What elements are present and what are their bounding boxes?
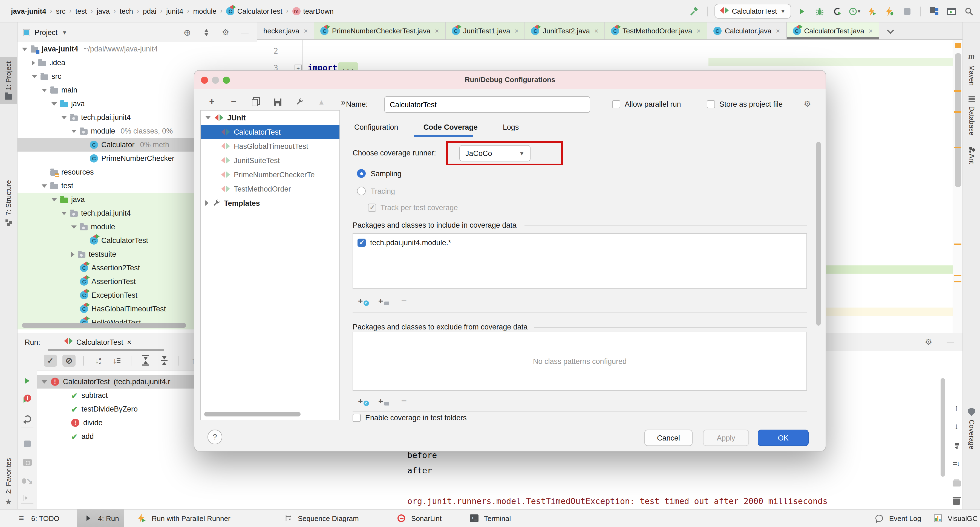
editor-tab[interactable]: CJunitTest2.java× <box>525 22 605 40</box>
collapse-all-icon[interactable] <box>158 354 171 367</box>
include-patterns-list[interactable]: tech.pdai.junit4.module.* <box>353 233 807 289</box>
checkbox-icon[interactable] <box>368 203 376 212</box>
chevron-expanded-icon[interactable] <box>61 211 67 215</box>
stripe-button-structure[interactable]: 7: Structure <box>0 176 17 230</box>
status-button-terminal[interactable]: ›_Terminal <box>463 510 516 527</box>
coverage-runner-select[interactable]: JaCoCo ▼ <box>459 145 530 162</box>
parallel-debug-icon[interactable] <box>883 5 896 17</box>
coverage-rerun-icon[interactable]: ↘ <box>21 475 34 487</box>
chevron-down-icon[interactable]: ▼ <box>62 29 67 35</box>
chevron-right-icon[interactable] <box>32 60 35 65</box>
name-field[interactable] <box>384 96 590 113</box>
add-icon[interactable]: + <box>205 96 218 108</box>
chevron-expanded-icon[interactable] <box>51 198 57 201</box>
editor-tab[interactable]: CPrimeNumberCheckerTest.java× <box>315 22 445 40</box>
project-tree-hscrollbar[interactable] <box>22 323 186 328</box>
editor-scrollbar-thumb[interactable] <box>955 53 961 187</box>
rerun-icon[interactable] <box>21 375 34 387</box>
enable-coverage-test-folders-checkbox[interactable]: Enable coverage in test folders <box>353 414 467 422</box>
status-button-4-run[interactable]: 4: Run <box>76 510 124 527</box>
close-icon[interactable]: × <box>515 27 519 35</box>
store-as-project-file-checkbox[interactable]: Store as project file <box>707 100 783 108</box>
close-icon[interactable]: × <box>435 27 439 35</box>
close-icon[interactable]: × <box>594 27 598 35</box>
chevron-expanded-icon[interactable] <box>205 116 211 119</box>
visualgc-icon[interactable] <box>931 512 944 524</box>
chevron-right-icon[interactable] <box>71 251 75 257</box>
run-tab[interactable]: CalculatorTest × <box>64 338 131 346</box>
lightning-icon[interactable] <box>135 512 148 524</box>
sort-duration-icon[interactable]: ↓ <box>110 354 123 367</box>
stop-icon[interactable] <box>21 438 34 450</box>
config-tree-row[interactable]: JunitSuiteTest <box>201 153 339 167</box>
chevron-expanded-icon[interactable] <box>41 380 47 383</box>
chevron-expanded-icon[interactable] <box>71 129 76 133</box>
tabs-list-chevron-icon[interactable] <box>887 27 894 34</box>
add-package-icon[interactable]: + <box>377 295 390 307</box>
breadcrumb-item[interactable]: java <box>97 7 110 15</box>
add-class-icon[interactable]: +c <box>357 395 370 407</box>
close-window-button[interactable] <box>201 76 208 83</box>
editor-tab[interactable]: CJunitTest1.java× <box>445 22 525 40</box>
config-tree-row[interactable]: CalculatorTest <box>201 125 339 139</box>
configurations-tree-hscrollbar[interactable] <box>204 412 301 416</box>
config-tree-row[interactable]: JUnit <box>201 111 339 125</box>
profiler-icon[interactable]: ▾ <box>848 5 861 17</box>
allow-parallel-run-checkbox[interactable]: Allow parallel run <box>612 100 681 108</box>
scroll-end-icon[interactable]: ↓ <box>950 457 963 470</box>
print-icon[interactable] <box>950 477 963 489</box>
rerun-failed-icon[interactable]: ! <box>21 394 34 406</box>
tree-row[interactable]: .idea <box>18 56 257 70</box>
status-button-event-log[interactable]: Event Log <box>868 510 926 527</box>
chevron-right-icon[interactable] <box>205 200 208 206</box>
ok-button[interactable]: OK <box>758 430 809 446</box>
config-tree-row[interactable]: TestMethodOrder <box>201 182 339 196</box>
breadcrumb-item[interactable]: module <box>193 7 216 15</box>
checkbox-icon[interactable] <box>612 100 620 108</box>
close-icon[interactable]: × <box>776 27 780 35</box>
project-panel-title[interactable]: Project <box>35 28 57 37</box>
collapse-all-header-icon[interactable] <box>200 26 213 38</box>
show-ignored-icon[interactable]: ⊘ <box>62 354 76 367</box>
breadcrumb-item[interactable]: pdai <box>143 7 156 15</box>
status-button-sonarlint[interactable]: SonarLint <box>390 510 447 527</box>
soft-wrap-icon[interactable] <box>950 440 963 452</box>
editor-tab[interactable]: CCalculator.java× <box>707 22 787 40</box>
hide-icon[interactable]: — <box>238 26 251 38</box>
edit-defaults-icon[interactable] <box>293 96 306 108</box>
chevron-expanded-icon[interactable] <box>41 184 47 187</box>
close-icon[interactable]: × <box>304 27 308 35</box>
chevron-expanded-icon[interactable] <box>22 47 27 51</box>
breadcrumb-item[interactable]: test <box>75 7 87 15</box>
chevron-expanded-icon[interactable] <box>51 102 57 105</box>
gear-icon[interactable]: ⚙ <box>804 99 811 109</box>
down-icon[interactable]: ↓ <box>950 420 963 432</box>
tab-code-coverage[interactable]: Code Coverage <box>423 123 478 131</box>
tab-configuration[interactable]: Configuration <box>354 123 398 131</box>
remove-icon[interactable]: − <box>227 96 240 108</box>
remove-pattern-icon[interactable]: − <box>398 395 410 407</box>
run-configuration-select[interactable]: CalculatorTest ▼ <box>714 4 791 19</box>
search-icon[interactable] <box>963 5 975 17</box>
checkbox-icon[interactable] <box>358 239 366 247</box>
breadcrumb-item[interactable]: tech <box>119 7 133 15</box>
breadcrumb-item[interactable]: src <box>56 7 66 15</box>
event-log-icon[interactable] <box>873 512 886 524</box>
config-tree-row[interactable]: Templates <box>201 196 339 210</box>
include-pattern-row[interactable]: tech.pdai.junit4.module.* <box>353 234 807 247</box>
breadcrumb-item[interactable]: mtearDown <box>292 7 333 15</box>
radio-icon[interactable] <box>357 169 366 178</box>
dump-threads-icon[interactable] <box>21 456 34 468</box>
status-button-sequence-diagram[interactable]: Sequence Diagram <box>277 510 364 527</box>
checkbox-icon[interactable] <box>707 100 715 108</box>
apply-button[interactable]: Apply <box>703 430 749 446</box>
zoom-window-button[interactable] <box>223 76 230 83</box>
breadcrumb-item[interactable]: java-junit4 <box>11 7 46 15</box>
close-icon[interactable]: × <box>697 27 700 35</box>
chevron-expanded-icon[interactable] <box>71 225 76 229</box>
stripe-button-coverage[interactable]: Coverage <box>963 403 980 454</box>
run-coverage-icon[interactable] <box>830 5 844 17</box>
checkbox-icon[interactable] <box>353 414 361 422</box>
todo-icon[interactable]: ≡ <box>15 512 28 524</box>
stripe-button-favorites[interactable]: 2: Favorites★ <box>0 454 17 511</box>
